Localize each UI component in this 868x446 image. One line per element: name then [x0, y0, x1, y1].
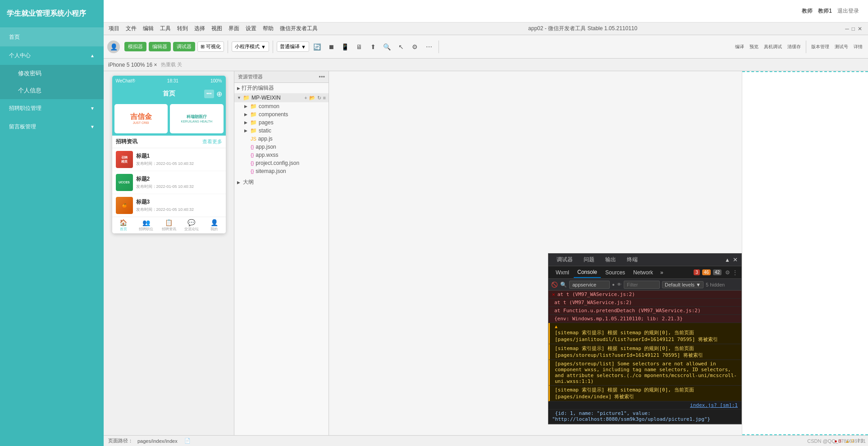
refresh-btn[interactable]: 🔄 [311, 41, 323, 53]
add-file-icon[interactable]: + [304, 95, 307, 100]
job-item-1[interactable]: 召聘精英 标题1 发布时间：2022-01-05 10:40:32 [112, 148, 226, 171]
filter-text-input[interactable] [624, 281, 660, 289]
tree-project-config[interactable]: {} project.config.json [234, 159, 329, 167]
phone-time: 18:31 [167, 78, 178, 83]
job-item-3[interactable]: 🍊 标题3 发布时间：2022-01-05 10:40:32 [112, 194, 226, 217]
components-label: components [259, 111, 288, 118]
console-more-icon[interactable]: ⋮ [732, 269, 738, 276]
sidebar-item-job-management[interactable]: 招聘职位管理 ▼ [0, 99, 104, 118]
file-tree-more-icon[interactable]: ••• [319, 73, 325, 80]
compile-action[interactable]: 编译 [733, 43, 746, 51]
hot-reload[interactable]: 热重载 关 [161, 61, 182, 68]
menu-file[interactable]: 文件 [123, 24, 139, 33]
upload-btn[interactable]: ⬆ [367, 41, 379, 53]
tree-mp-weixin[interactable]: ▼ 📁 MP-WEIXIN + 📂 ↻ ≡ [234, 93, 329, 102]
close-icon[interactable]: ✕ [858, 26, 862, 32]
tree-app-js[interactable]: JS app.js [234, 135, 329, 143]
device-btn[interactable]: 📱 [339, 41, 351, 53]
debug-tab-issues[interactable]: 问题 [579, 254, 599, 265]
stop-btn[interactable]: ⏹ [325, 41, 337, 53]
menu-interface[interactable]: 界面 [226, 24, 242, 33]
menu-settings[interactable]: 设置 [243, 24, 259, 33]
maximize-icon[interactable]: □ [852, 26, 855, 32]
details[interactable]: 详情 [852, 43, 864, 51]
simulator-btn[interactable]: 模拟器 [124, 42, 146, 51]
sidebar-item-guestbook[interactable]: 留言板管理 ▼ [0, 118, 104, 136]
filter-clear-icon[interactable]: 🚫 [551, 282, 558, 288]
level-dropdown[interactable]: Default levels ▼ [662, 281, 704, 288]
real-device-action[interactable]: 真机调试 [762, 43, 784, 51]
bottom-nav-news[interactable]: 📋 招聘资讯 [157, 217, 180, 233]
filter-context-input[interactable] [569, 281, 610, 289]
logout-button[interactable]: 退出登录 [837, 7, 859, 15]
sidebar-item-change-password[interactable]: 修改密码 [0, 65, 104, 82]
preview-action[interactable]: 预览 [748, 43, 760, 51]
tree-components[interactable]: ▶ 📁 components [234, 110, 329, 118]
mp-weixin-folder-icon: 📁 [243, 95, 250, 101]
tree-app-json[interactable]: {} app.json [234, 143, 329, 151]
sidebar-item-home[interactable]: 首页 [0, 28, 104, 46]
debug-tab-debugger[interactable]: 调试器 [552, 254, 577, 265]
menu-wechat-devtools[interactable]: 微信开发者工具 [277, 24, 320, 33]
phone-scan-btn[interactable]: ⊕ [216, 90, 222, 98]
debug-tab-sources[interactable]: Sources [602, 268, 629, 278]
debug-tab-console[interactable]: Console [574, 267, 601, 278]
tree-pages[interactable]: ▶ 📁 pages [234, 118, 329, 127]
refresh-tree-icon[interactable]: ↻ [317, 95, 321, 101]
forum-nav-label: 交流论坛 [184, 227, 199, 232]
tree-static[interactable]: ▶ 📁 static [234, 127, 329, 135]
bottom-nav-home[interactable]: 🏠 首页 [112, 217, 135, 233]
tree-sitemap[interactable]: {} sitemap.json [234, 167, 329, 175]
menu-edit[interactable]: 编辑 [140, 24, 156, 33]
minimize-icon[interactable]: ─ [845, 26, 849, 32]
bottom-nav-mine[interactable]: 👤 我的 [203, 217, 225, 233]
debugger-btn[interactable]: 调试器 [173, 42, 195, 51]
compile-dropdown[interactable]: 普通编译 ▼ [277, 41, 309, 52]
debug-tab-more[interactable]: » [658, 268, 666, 278]
hidden-count: 5 hidden [706, 282, 725, 287]
job-item-2[interactable]: UCCES 标题2 发布时间：2022-01-05 10:40:32 [112, 171, 226, 194]
debug-close-icon[interactable]: ✕ [733, 256, 738, 263]
job-info-1: 标题1 发布时间：2022-01-05 10:40:32 [136, 152, 194, 167]
settings2-btn[interactable]: ⚙ [409, 41, 421, 53]
console-settings-icon[interactable]: ⚙ [725, 269, 730, 276]
console-link-1[interactable]: index.js? [sm]:1 [690, 402, 738, 408]
bottom-nav-forum[interactable]: 💬 交流论坛 [180, 217, 203, 233]
menu-goto[interactable]: 转到 [174, 24, 191, 33]
phone-more-btn[interactable]: ••• [204, 90, 214, 98]
version-mgmt[interactable]: 版本管理 [809, 43, 831, 51]
debug-tab-wxml[interactable]: Wxml [552, 268, 573, 278]
debug-tab-network[interactable]: Network [630, 268, 657, 278]
debug-tab-output[interactable]: 输出 [601, 254, 621, 265]
tree-app-wxss[interactable]: {} app.wxss [234, 151, 329, 159]
menu-project[interactable]: 项目 [106, 24, 122, 33]
more-btn[interactable]: ⋯ [423, 41, 435, 53]
debug-tab-terminal[interactable]: 终端 [622, 254, 642, 265]
add-folder-icon[interactable]: 📂 [309, 95, 315, 101]
tree-open-editors[interactable]: ▶ 打开的编辑器 [234, 83, 329, 93]
cursor-btn[interactable]: ↖ [395, 41, 407, 53]
editor-btn[interactable]: 编辑器 [149, 42, 171, 51]
section-more[interactable]: 查看更多 [202, 138, 222, 145]
menu-select[interactable]: 选择 [192, 24, 208, 33]
tree-outline[interactable]: ▶ 大纲 [234, 177, 329, 187]
tree-common[interactable]: ▶ 📁 common [234, 102, 329, 110]
page-path-file-icon[interactable]: 📄 [184, 438, 191, 444]
clear-action[interactable]: 清缓存 [786, 43, 803, 51]
dashed-bottom-border [742, 434, 868, 435]
menu-view[interactable]: 视图 [209, 24, 225, 33]
devtools-toolbar2: iPhone 5 100% 16 × 热重载 关 [104, 59, 868, 71]
menu-help[interactable]: 帮助 [260, 24, 276, 33]
visible-btn[interactable]: ⊞ 可视化 [197, 41, 224, 52]
sidebar-item-personal-center[interactable]: 个人中心 ▲ [0, 46, 104, 65]
components-folder-icon: 📁 [250, 111, 257, 118]
screen-btn[interactable]: 🖥 [353, 41, 365, 53]
search-btn[interactable]: 🔍 [381, 41, 393, 53]
menu-tools[interactable]: 工具 [157, 24, 174, 33]
test-number[interactable]: 测试号 [833, 43, 850, 51]
bottom-nav-jobs[interactable]: 👥 招聘职位 [135, 217, 157, 233]
sidebar-item-personal-info[interactable]: 个人信息 [0, 82, 104, 99]
mode-dropdown[interactable]: 小程序模式 ▼ [232, 41, 269, 52]
collapse-tree-icon[interactable]: ≡ [323, 95, 326, 100]
debug-chevron-up-icon[interactable]: ▲ [725, 257, 730, 263]
